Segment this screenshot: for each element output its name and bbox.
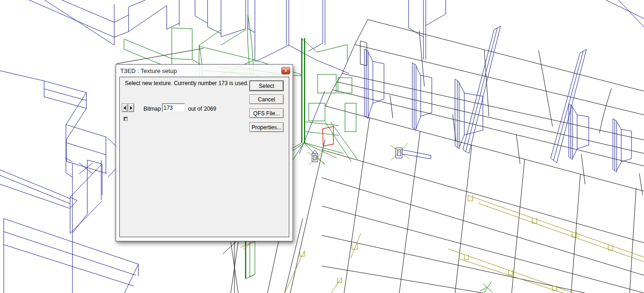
cancel-button[interactable]: Cancel — [249, 94, 284, 104]
dialog-title: T3ED : Texture setup — [120, 67, 281, 74]
bitmap-prev-button[interactable] — [122, 103, 128, 112]
arrow-left-icon — [122, 106, 126, 110]
dialog-client-area: Select new texture. Currently number 173… — [119, 77, 289, 237]
t3ed-editor-screen: { "dialog": { "title": "T3ED : Texture s… — [0, 0, 644, 293]
olive-rails-wireframe — [241, 143, 644, 293]
close-button[interactable]: x — [281, 67, 290, 74]
navy-buildings-wireframe — [0, 0, 644, 293]
arrow-right-icon — [130, 106, 134, 110]
qfs-file-button[interactable]: QFS File... — [249, 108, 284, 118]
out-of-label: out of — [188, 106, 202, 112]
wireframe-viewport[interactable] — [0, 0, 644, 293]
dialog-titlebar[interactable]: T3ED : Texture setup x — [116, 65, 293, 77]
close-icon: x — [285, 68, 287, 73]
corner-grip-mark — [124, 117, 128, 121]
bitmap-label: Bitmap — [143, 106, 161, 112]
bitmap-number-input[interactable] — [162, 103, 185, 112]
bitmap-total-value: 2069 — [204, 106, 216, 112]
texture-setup-dialog: T3ED : Texture setup x Select new textur… — [116, 64, 293, 241]
select-button[interactable]: Select — [249, 80, 284, 91]
dialog-message: Select new texture. Currently number 173… — [125, 80, 248, 87]
properties-button[interactable]: Properties... — [249, 122, 284, 132]
bitmap-next-button[interactable] — [128, 103, 134, 112]
